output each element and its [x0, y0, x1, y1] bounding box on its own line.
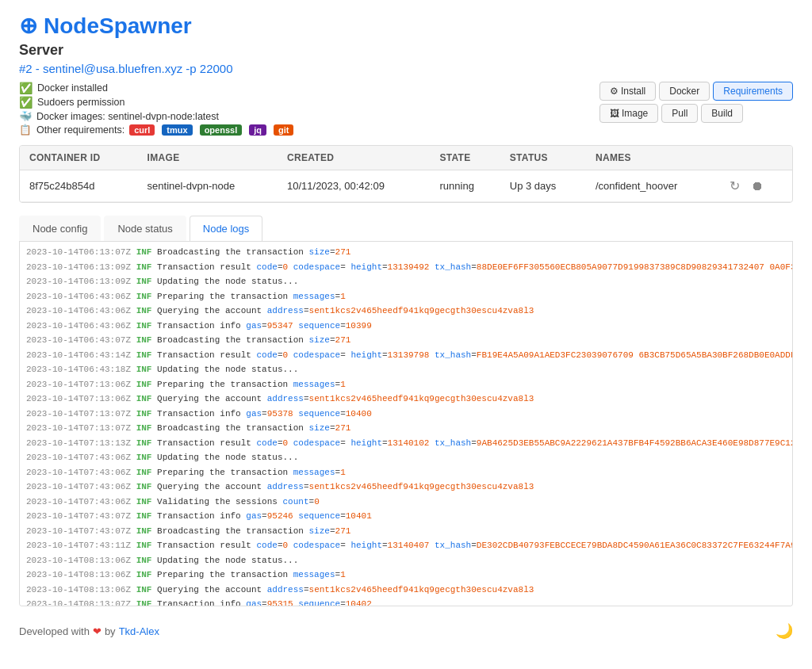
- footer: Developed with ❤ by Tkd-Alex 🌙: [19, 622, 793, 640]
- col-header-container-id: CONTAINER ID: [20, 146, 138, 170]
- log-line: 2023-10-14T07:43:06Z INF Preparing the t…: [20, 465, 792, 480]
- log-line: 2023-10-14T08:13:06Z INF Updating the no…: [20, 553, 792, 568]
- col-header-state: STATE: [431, 146, 500, 170]
- docker-images-text: Docker images: sentinel-dvpn-node:latest: [36, 111, 219, 122]
- log-line: 2023-10-14T06:43:06Z INF Querying the ac…: [20, 304, 792, 319]
- log-line: 2023-10-14T07:13:13Z INF Transaction res…: [20, 436, 792, 451]
- moon-icon[interactable]: 🌙: [776, 622, 793, 640]
- node-logs-tab[interactable]: Node logs: [190, 216, 263, 241]
- row-actions: ↻ ⏺: [728, 177, 783, 195]
- log-line: 2023-10-14T07:43:06Z INF Updating the no…: [20, 450, 792, 465]
- toolbar-row2: 🖼 Image Pull Build: [599, 104, 793, 123]
- log-line: 2023-10-14T06:13:07Z INF Broadcasting th…: [20, 245, 792, 260]
- footer-by: by: [105, 625, 116, 637]
- cell-created: 10/11/2023, 00:42:09: [278, 170, 431, 202]
- log-line: 2023-10-14T08:13:07Z INF Transaction inf…: [20, 597, 792, 606]
- log-line: 2023-10-14T07:13:07Z INF Broadcasting th…: [20, 421, 792, 436]
- log-line: 2023-10-14T06:13:09Z INF Transaction res…: [20, 260, 792, 275]
- author-link[interactable]: Tkd-Alex: [119, 625, 159, 637]
- requirements-row: 📋 Other requirements: curl tmux openssl …: [19, 124, 793, 136]
- log-line: 2023-10-14T07:13:06Z INF Querying the ac…: [20, 392, 792, 407]
- server-connection-link[interactable]: #2 - sentinel@usa.bluefren.xyz -p 22000: [19, 62, 793, 75]
- cell-state: running: [431, 170, 500, 202]
- requirements-button[interactable]: Requirements: [713, 82, 793, 101]
- info-section: ✅ Docker installed ✅ Sudoers permission …: [19, 82, 793, 136]
- server-label: Server: [19, 42, 793, 59]
- col-header-created: CREATED: [278, 146, 431, 170]
- log-line: 2023-10-14T06:13:09Z INF Updating the no…: [20, 274, 792, 289]
- git-badge: git: [274, 124, 293, 136]
- docker-button[interactable]: Docker: [659, 82, 710, 101]
- nodespawner-icon: ⊕: [19, 13, 37, 39]
- toolbar-row1: ⚙ Install Docker Requirements: [599, 82, 793, 101]
- tmux-badge: tmux: [162, 124, 192, 136]
- col-header-status: STATUS: [500, 146, 586, 170]
- sudoers-text: Sudoers permission: [37, 97, 124, 108]
- page-wrapper: ⊕ NodeSpawner Server #2 - sentinel@usa.b…: [0, 0, 812, 659]
- col-header-image: IMAGE: [138, 146, 278, 170]
- log-container[interactable]: 2023-10-14T06:13:07Z INF Broadcasting th…: [19, 242, 793, 606]
- log-line: 2023-10-14T07:43:11Z INF Transaction res…: [20, 538, 792, 553]
- app-title: ⊕ NodeSpawner: [19, 13, 793, 39]
- log-line: 2023-10-14T08:13:06Z INF Querying the ac…: [20, 583, 792, 598]
- openssl-badge: openssl: [200, 124, 243, 136]
- col-header-actions: [718, 146, 792, 170]
- heart-icon: ❤: [93, 625, 102, 637]
- node-status-tab[interactable]: Node status: [104, 216, 186, 241]
- install-button[interactable]: ⚙ Install: [599, 82, 657, 101]
- log-line: 2023-10-14T06:43:06Z INF Transaction inf…: [20, 319, 792, 334]
- container-table: CONTAINER ID IMAGE CREATED STATE STATUS …: [19, 145, 793, 203]
- node-config-tab[interactable]: Node config: [19, 216, 101, 241]
- docker-check-icon: ✅: [19, 82, 33, 94]
- log-line: 2023-10-14T07:43:06Z INF Querying the ac…: [20, 480, 792, 495]
- col-header-names: NAMES: [586, 146, 718, 170]
- requirements-label: Other requirements:: [36, 124, 124, 136]
- footer-text: Developed with: [19, 625, 90, 637]
- log-line: 2023-10-14T06:43:14Z INF Transaction res…: [20, 348, 792, 363]
- docker-whale-icon: 🐳: [19, 110, 32, 122]
- log-line: 2023-10-14T06:43:07Z INF Broadcasting th…: [20, 333, 792, 348]
- build-button[interactable]: Build: [701, 104, 743, 123]
- cell-container-id: 8f75c24b854d: [20, 170, 138, 202]
- cell-names: /confident_hoover: [586, 170, 718, 202]
- image-button[interactable]: 🖼 Image: [599, 104, 659, 123]
- table-row: 8f75c24b854d sentinel-dvpn-node 10/11/20…: [20, 170, 792, 202]
- log-line: 2023-10-14T07:13:06Z INF Preparing the t…: [20, 377, 792, 392]
- refresh-button[interactable]: ↻: [728, 177, 741, 195]
- log-line: 2023-10-14T07:43:07Z INF Broadcasting th…: [20, 524, 792, 539]
- stop-button[interactable]: ⏺: [749, 178, 765, 195]
- docker-installed-text: Docker installed: [37, 82, 108, 94]
- log-line: 2023-10-14T06:43:18Z INF Updating the no…: [20, 362, 792, 377]
- sudoers-check-icon: ✅: [19, 96, 33, 109]
- log-line: 2023-10-14T07:13:07Z INF Transaction inf…: [20, 407, 792, 422]
- pull-button[interactable]: Pull: [661, 104, 698, 123]
- containers-table-element: CONTAINER ID IMAGE CREATED STATE STATUS …: [20, 146, 792, 202]
- requirements-icon: 📋: [19, 124, 32, 136]
- cell-actions: ↻ ⏺: [718, 170, 792, 202]
- log-line: 2023-10-14T06:43:06Z INF Preparing the t…: [20, 289, 792, 304]
- app-title-text: NodeSpawner: [44, 13, 192, 39]
- log-line: 2023-10-14T08:13:06Z INF Preparing the t…: [20, 568, 792, 583]
- table-header-row: CONTAINER ID IMAGE CREATED STATE STATUS …: [20, 146, 792, 170]
- cell-image: sentinel-dvpn-node: [138, 170, 278, 202]
- log-line: 2023-10-14T07:43:07Z INF Transaction inf…: [20, 509, 792, 524]
- cell-status: Up 3 days: [500, 170, 586, 202]
- toolbar: ⚙ Install Docker Requirements 🖼 Image Pu…: [599, 82, 793, 123]
- jq-badge: jq: [249, 124, 266, 136]
- log-line: 2023-10-14T07:43:06Z INF Validating the …: [20, 495, 792, 510]
- curl-badge: curl: [129, 124, 155, 136]
- tabs: Node config Node status Node logs: [19, 216, 793, 242]
